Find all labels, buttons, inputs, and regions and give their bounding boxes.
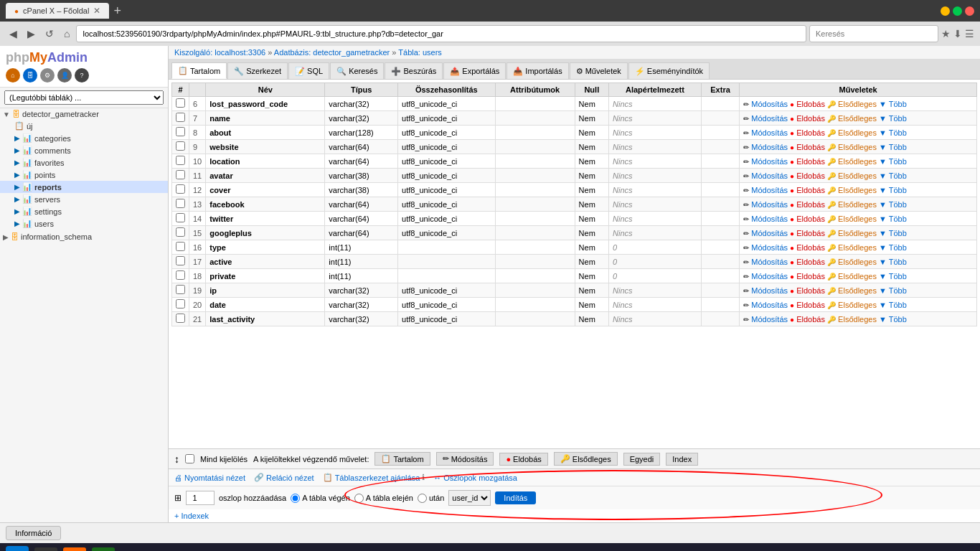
- relation-view-link[interactable]: 🔗 Reláció nézet: [254, 473, 314, 482]
- start-radio[interactable]: [354, 494, 364, 503]
- primary-link[interactable]: Elsődleges: [838, 143, 877, 151]
- bottom-unique-btn[interactable]: Egyedi: [623, 453, 661, 466]
- row-checkbox[interactable]: [176, 242, 185, 251]
- delete-link[interactable]: Eldobás: [796, 315, 825, 324]
- delete-link[interactable]: Eldobás: [796, 258, 825, 266]
- address-bar[interactable]: [76, 25, 806, 42]
- tab-exportalas[interactable]: 📤 Exportálás: [443, 62, 506, 79]
- modify-link[interactable]: Módosítás: [751, 301, 788, 309]
- primary-link[interactable]: Elsődleges: [838, 114, 877, 123]
- breadcrumb-table[interactable]: Tábla: users: [398, 48, 442, 57]
- row-checkbox[interactable]: [176, 113, 185, 122]
- more-link[interactable]: ▼ Több: [879, 114, 907, 123]
- primary-link[interactable]: Elsődleges: [838, 315, 877, 324]
- row-checkbox[interactable]: [176, 270, 185, 280]
- more-link[interactable]: ▼ Több: [879, 258, 907, 266]
- sidebar-item-favorites[interactable]: ▶ 📊 favorites: [0, 156, 168, 169]
- tab-importalas[interactable]: 📥 Importálás: [507, 62, 568, 79]
- primary-link[interactable]: Elsődleges: [838, 243, 877, 252]
- delete-link[interactable]: Eldobás: [796, 114, 825, 123]
- after-radio[interactable]: [418, 494, 427, 503]
- modify-link[interactable]: Módosítás: [751, 143, 788, 151]
- minimize-button[interactable]: [941, 6, 950, 16]
- primary-link[interactable]: Elsődleges: [838, 272, 877, 281]
- bottom-primary-btn[interactable]: 🔑 Elsődleges: [554, 452, 618, 466]
- modify-link[interactable]: Módosítás: [751, 215, 788, 223]
- home-icon[interactable]: ⌂: [6, 68, 20, 83]
- delete-link[interactable]: Eldobás: [796, 171, 825, 180]
- more-link[interactable]: ▼ Több: [879, 215, 907, 223]
- primary-link[interactable]: Elsődleges: [838, 215, 877, 223]
- modify-link[interactable]: Módosítás: [751, 258, 788, 266]
- sidebar-item-detector-gametracker[interactable]: ▼ 🗄 detector_gametracker: [0, 108, 168, 120]
- row-checkbox[interactable]: [176, 227, 185, 237]
- modify-link[interactable]: Módosítás: [751, 157, 788, 166]
- browser-tab[interactable]: ● cPanel X – Főoldal ✕: [6, 3, 109, 19]
- more-link[interactable]: ▼ Több: [879, 229, 907, 237]
- row-checkbox[interactable]: [176, 285, 185, 294]
- taskbar-firefox-btn[interactable]: 🦊: [63, 547, 86, 551]
- more-link[interactable]: ▼ Több: [879, 315, 907, 324]
- row-checkbox[interactable]: [176, 127, 185, 136]
- primary-link[interactable]: Elsődleges: [838, 301, 877, 309]
- select-all-checkbox[interactable]: [185, 454, 194, 463]
- sidebar-item-new[interactable]: 📋 új: [0, 120, 168, 132]
- home-button[interactable]: ⌂: [60, 27, 73, 41]
- primary-link[interactable]: Elsődleges: [838, 171, 877, 180]
- modify-link[interactable]: Módosítás: [751, 243, 788, 252]
- more-link[interactable]: ▼ Több: [879, 186, 907, 194]
- modify-link[interactable]: Módosítás: [751, 272, 788, 281]
- start-button[interactable]: ⊞: [6, 546, 29, 551]
- delete-link[interactable]: Eldobás: [796, 215, 825, 223]
- row-checkbox[interactable]: [176, 199, 185, 208]
- tab-muveletek[interactable]: ⚙ Műveletek: [570, 62, 628, 79]
- reload-button[interactable]: ↺: [42, 27, 57, 41]
- back-button[interactable]: ◀: [6, 27, 21, 41]
- breadcrumb-server[interactable]: Kiszolgáló: localhost:3306: [174, 48, 265, 57]
- primary-link[interactable]: Elsődleges: [838, 286, 877, 295]
- end-radio[interactable]: [291, 494, 300, 503]
- row-checkbox[interactable]: [176, 299, 185, 309]
- print-view-link[interactable]: 🖨 Nyomtatási nézet: [174, 474, 245, 482]
- row-checkbox[interactable]: [176, 314, 185, 323]
- delete-link[interactable]: Eldobás: [796, 286, 825, 295]
- sidebar-item-reports[interactable]: ▶ 📊 reports: [0, 181, 168, 193]
- forward-button[interactable]: ▶: [24, 27, 39, 41]
- more-link[interactable]: ▼ Több: [879, 157, 907, 166]
- bottom-index-btn[interactable]: Index: [666, 453, 698, 466]
- new-tab-button[interactable]: +: [113, 4, 121, 19]
- taskbar-steam-btn[interactable]: 🎮: [92, 547, 115, 551]
- bottom-modify-btn[interactable]: ✏ Módosítás: [436, 452, 494, 466]
- row-checkbox[interactable]: [176, 184, 185, 194]
- tab-kereses[interactable]: 🔍 Keresés: [330, 62, 384, 79]
- more-link[interactable]: ▼ Több: [879, 128, 907, 137]
- row-checkbox[interactable]: [176, 141, 185, 151]
- delete-link[interactable]: Eldobás: [796, 186, 825, 194]
- more-link[interactable]: ▼ Több: [879, 286, 907, 295]
- row-checkbox[interactable]: [176, 156, 185, 165]
- settings-icon[interactable]: ⚙: [40, 68, 55, 83]
- tab-beszuras[interactable]: ➕ Beszúrás: [385, 62, 443, 79]
- sidebar-item-users[interactable]: ▶ 📊 users: [0, 217, 168, 230]
- primary-link[interactable]: Elsődleges: [838, 157, 877, 166]
- delete-link[interactable]: Eldobás: [796, 272, 825, 281]
- modify-link[interactable]: Módosítás: [751, 114, 788, 123]
- move-columns-link[interactable]: ↔ Oszlopok mozgatása: [433, 474, 517, 482]
- help-icon[interactable]: ?: [75, 68, 89, 83]
- modify-link[interactable]: Módosítás: [751, 200, 788, 209]
- modify-link[interactable]: Módosítás: [751, 171, 788, 180]
- delete-link[interactable]: Eldobás: [796, 157, 825, 166]
- indexes-link[interactable]: + Indexek: [174, 512, 209, 520]
- delete-link[interactable]: Eldobás: [796, 143, 825, 151]
- more-link[interactable]: ▼ Több: [879, 200, 907, 209]
- close-icon[interactable]: ✕: [93, 6, 100, 16]
- row-checkbox[interactable]: [176, 213, 185, 222]
- primary-link[interactable]: Elsődleges: [838, 100, 877, 108]
- modify-link[interactable]: Módosítás: [751, 286, 788, 295]
- sidebar-item-information-schema[interactable]: ▶ 🗄 information_schema: [0, 231, 168, 242]
- primary-link[interactable]: Elsődleges: [838, 229, 877, 237]
- tab-esemenyindito[interactable]: ⚡ Eseményindítók: [628, 62, 710, 79]
- search-input[interactable]: [809, 25, 938, 42]
- tab-tartalom[interactable]: 📋 Tartalom: [171, 62, 227, 79]
- num-columns-input[interactable]: [186, 491, 215, 505]
